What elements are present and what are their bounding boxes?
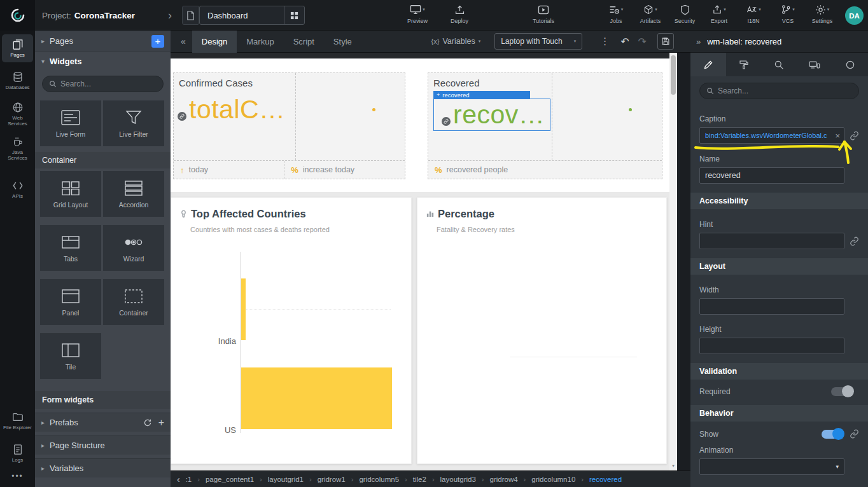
- vcs-caret-icon[interactable]: ▾: [792, 7, 795, 12]
- rail-item-web-services[interactable]: Web Services: [2, 99, 33, 129]
- prefabs-add-icon[interactable]: +: [158, 418, 164, 428]
- sidebar-section-widgets[interactable]: ▾ Widgets: [35, 52, 171, 70]
- tab-devices[interactable]: [797, 53, 832, 76]
- sidebar-section-prefabs[interactable]: ▸ Prefabs +: [35, 413, 171, 432]
- device-selector[interactable]: Laptop with Touch ▾: [494, 33, 582, 50]
- properties-search[interactable]: [699, 83, 859, 99]
- app-logo-icon[interactable]: [0, 0, 35, 31]
- height-input[interactable]: [699, 338, 844, 354]
- confirmed-cases-title[interactable]: Confirmed Cases: [179, 78, 291, 88]
- widget-tile-tabs[interactable]: Tabs: [40, 225, 101, 271]
- page-selector[interactable]: Dashboard: [199, 6, 305, 25]
- show-bind-link-icon[interactable]: [850, 429, 859, 439]
- confirmed-cases-tile[interactable]: Confirmed Cases totalC…: [173, 72, 405, 179]
- percentage-chart[interactable]: [417, 242, 666, 463]
- redo-button[interactable]: ↷: [634, 36, 651, 48]
- rail-item-file-explorer[interactable]: File Explorer: [2, 407, 33, 435]
- panel-collapse-icon[interactable]: »: [696, 37, 701, 46]
- breadcrumb-item[interactable]: gridcolumn5: [359, 476, 399, 483]
- tab-properties[interactable]: [690, 53, 726, 76]
- animation-select[interactable]: ▾: [699, 458, 844, 475]
- countries-bar-chart[interactable]: India US: [171, 242, 411, 463]
- save-button[interactable]: [657, 33, 674, 50]
- increase-today-stat[interactable]: % increase today: [284, 161, 361, 179]
- selection-tag[interactable]: + recovered: [433, 91, 530, 99]
- required-toggle[interactable]: [831, 387, 853, 396]
- breadcrumb-item[interactable]: gridcolumn10: [531, 476, 575, 483]
- deploy-button[interactable]: Deploy: [443, 3, 476, 24]
- export-button[interactable]: ▾ Export: [703, 3, 736, 24]
- scrollbar-thumb[interactable]: [671, 55, 676, 95]
- amber-dot-widget[interactable]: [372, 108, 375, 111]
- breadcrumb-item[interactable]: layoutgrid1: [268, 476, 304, 483]
- recovered-label-widget-selected[interactable]: + recovered recov…: [433, 99, 550, 131]
- properties-search-input[interactable]: [718, 86, 852, 95]
- recovered-title[interactable]: Recovered: [433, 78, 548, 88]
- clear-bind-icon[interactable]: ×: [832, 131, 840, 141]
- hint-input[interactable]: [699, 233, 844, 249]
- show-toggle[interactable]: [822, 430, 843, 439]
- caption-bind-link-icon[interactable]: [850, 131, 859, 141]
- artifacts-button[interactable]: ▾ Artifacts: [634, 3, 667, 24]
- breadcrumb-back-icon[interactable]: ‹: [177, 474, 180, 484]
- preview-button[interactable]: ▾ Preview: [401, 3, 434, 24]
- tutorials-button[interactable]: Tutorials: [527, 3, 560, 24]
- add-page-button[interactable]: +: [151, 35, 164, 48]
- user-avatar[interactable]: DA: [845, 6, 864, 25]
- tab-style[interactable]: Style: [324, 31, 361, 53]
- width-input[interactable]: [699, 298, 844, 315]
- tab-design[interactable]: Design: [192, 31, 237, 53]
- scrollbar-down-icon[interactable]: ▾: [669, 463, 677, 469]
- rail-item-java-services[interactable]: Java Services: [2, 134, 33, 163]
- widget-tile-live-form[interactable]: Live Form: [40, 100, 101, 146]
- recovered-tile[interactable]: Recovered + recovered: [428, 72, 662, 179]
- rail-item-pages[interactable]: Pages: [2, 34, 33, 62]
- artifacts-caret-icon[interactable]: ▾: [655, 7, 657, 12]
- prefabs-refresh-icon[interactable]: [143, 418, 152, 427]
- breadcrumb-item-active[interactable]: recovered: [589, 476, 622, 483]
- tab-markup[interactable]: Markup: [237, 31, 283, 53]
- today-stat[interactable]: ↑ today: [174, 161, 284, 179]
- breadcrumb-root[interactable]: :1: [186, 476, 192, 483]
- widgets-search-input[interactable]: [60, 79, 159, 88]
- green-dot-widget[interactable]: [629, 108, 632, 111]
- toolbar-more-button[interactable]: ⋮: [594, 36, 616, 47]
- widget-tile-panel[interactable]: Panel: [40, 279, 101, 325]
- settings-caret-icon[interactable]: ▾: [827, 7, 830, 12]
- hint-bind-link-icon[interactable]: [850, 237, 859, 246]
- jobs-caret-icon[interactable]: ▾: [621, 7, 624, 12]
- security-button[interactable]: Security: [668, 3, 701, 24]
- widget-tile-tile[interactable]: Tile: [40, 333, 101, 379]
- tab-search-properties[interactable]: [762, 53, 797, 76]
- canvas-scrollbar[interactable]: ▾: [669, 53, 677, 470]
- caption-bind-value[interactable]: bind:Variables.wsvWordometerGlobal.c: [705, 132, 832, 139]
- settings-button[interactable]: ▾ Settings: [806, 3, 839, 24]
- undo-button[interactable]: ↶: [616, 36, 633, 48]
- widget-tile-grid-layout[interactable]: Grid Layout: [40, 171, 101, 217]
- sidebar-section-page-structure[interactable]: ▸ Page Structure: [35, 436, 171, 455]
- page-doc-icon[interactable]: [182, 6, 199, 25]
- tab-styles[interactable]: [726, 53, 762, 76]
- page-grid-icon[interactable]: [284, 6, 304, 24]
- vcs-button[interactable]: ▾ VCS: [771, 3, 804, 24]
- recovered-content[interactable]: Recovered + recovered: [428, 73, 552, 160]
- widget-tile-wizard[interactable]: Wizard: [103, 225, 164, 271]
- jobs-button[interactable]: ▾ Jobs: [599, 3, 633, 24]
- confirmed-cases-value-widget[interactable]: totalC…: [179, 95, 286, 125]
- widget-tile-container[interactable]: Container: [103, 279, 164, 325]
- widget-tile-accordion[interactable]: Accordion: [103, 171, 164, 217]
- recovered-spacer-cell[interactable]: [552, 73, 662, 160]
- sidebar-section-variables[interactable]: ▸ Variables: [35, 458, 171, 477]
- breadcrumb-item[interactable]: gridrow1: [318, 476, 346, 483]
- rail-more-button[interactable]: •••: [11, 472, 24, 481]
- breadcrumb-item[interactable]: layoutgrid3: [440, 476, 476, 483]
- tab-events[interactable]: [832, 53, 868, 76]
- rail-item-databases[interactable]: Databases: [2, 67, 33, 95]
- export-caret-icon[interactable]: ▾: [724, 7, 726, 12]
- i18n-button[interactable]: ▾ I18N: [737, 3, 770, 24]
- breadcrumb-item[interactable]: tile2: [413, 476, 426, 483]
- confirmed-cases-spacer-cell[interactable]: [296, 73, 405, 160]
- tab-script[interactable]: Script: [284, 31, 324, 53]
- recovered-people-stat[interactable]: % recovered people: [428, 161, 514, 179]
- variables-dropdown[interactable]: {x} Variables ▾: [431, 37, 481, 46]
